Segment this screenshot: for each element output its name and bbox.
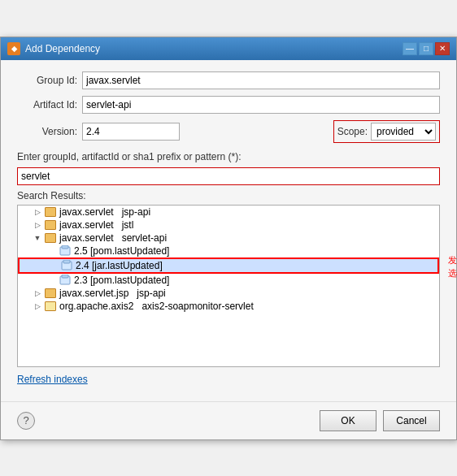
folder-icon <box>45 207 56 217</box>
title-bar-left: ◆ Add Dependency <box>7 42 100 55</box>
close-button[interactable]: ✕ <box>435 42 450 55</box>
window-controls: — □ ✕ <box>403 42 450 55</box>
dialog-title: Add Dependency <box>25 43 100 54</box>
folder-icon <box>45 220 56 230</box>
results-area: ▷ javax.servlet jsp-api ▷ javax.servlet … <box>17 205 440 367</box>
artifact-id-row: Artifact Id: <box>17 96 440 114</box>
cancel-button[interactable]: Cancel <box>383 410 440 431</box>
add-dependency-dialog: ◆ Add Dependency — □ ✕ Group Id: Artifac… <box>0 37 457 440</box>
expand-icon: ▷ <box>33 220 42 230</box>
expand-icon: ▷ <box>33 207 42 217</box>
title-bar: ◆ Add Dependency — □ ✕ <box>1 37 456 60</box>
item-label: javax.servlet jsp-api <box>59 206 150 218</box>
scope-section: Scope: provided compile runtime test sys… <box>333 120 440 143</box>
expand-icon <box>49 261 59 270</box>
list-item[interactable]: 2.4 [jar.lastUpdated] <box>18 257 439 274</box>
item-label: org.apache.axis2 axis2-soapmonitor-servl… <box>59 301 254 312</box>
version-input[interactable] <box>82 123 180 141</box>
expand-icon: ▷ <box>33 301 42 311</box>
svg-rect-5 <box>62 275 68 278</box>
list-item[interactable]: ▷ javax.servlet jstl <box>18 219 439 232</box>
item-label: javax.servlet servlet-api <box>59 232 167 244</box>
list-item[interactable]: ▷ javax.servlet jsp-api <box>18 206 439 219</box>
dialog-icon: ◆ <box>7 42 20 55</box>
version-scope-row: Version: Scope: provided compile runtime… <box>17 120 440 143</box>
group-id-input[interactable] <box>82 71 440 89</box>
version-section: Version: <box>17 123 180 141</box>
list-item[interactable]: ▷ javax.servlet.jsp jsp-api <box>18 287 439 300</box>
item-label: 2.4 [jar.lastUpdated] <box>76 260 163 271</box>
expand-icon: ▷ <box>33 288 42 298</box>
list-item[interactable]: 2.5 [pom.lastUpdated] <box>18 244 439 257</box>
list-item[interactable]: 2.3 [pom.lastUpdated] <box>18 274 439 287</box>
annotation-text: 发现并没有jar包，而是jar.lastUpdated，先选这个，等会在pom.… <box>448 253 457 280</box>
scope-label: Scope: <box>337 126 368 137</box>
folder-icon <box>45 233 56 243</box>
search-results-tree[interactable]: ▷ javax.servlet jsp-api ▷ javax.servlet … <box>17 205 440 367</box>
dialog-footer: ? OK Cancel <box>1 401 456 439</box>
item-label: javax.servlet.jsp jsp-api <box>59 288 166 299</box>
search-results-label: Search Results: <box>17 190 440 201</box>
scope-select[interactable]: provided compile runtime test system imp… <box>371 123 436 141</box>
group-id-label: Group Id: <box>17 75 82 86</box>
expand-icon <box>47 275 57 285</box>
version-label: Version: <box>17 126 82 137</box>
minimize-button[interactable]: — <box>403 42 417 55</box>
maximize-button[interactable]: □ <box>419 42 433 55</box>
artifact-id-label: Artifact Id: <box>17 99 82 110</box>
jar-icon <box>61 260 72 271</box>
item-label: 2.3 [pom.lastUpdated] <box>74 275 169 286</box>
item-label: javax.servlet jstl <box>59 219 133 231</box>
search-label: Enter groupId, artifactId or sha1 prefix… <box>17 151 440 162</box>
jar-icon <box>59 275 71 286</box>
expand-icon <box>47 246 57 256</box>
svg-rect-3 <box>63 260 70 263</box>
ok-button[interactable]: OK <box>320 410 376 431</box>
list-item[interactable]: ▼ javax.servlet servlet-api <box>18 232 439 244</box>
search-input[interactable] <box>17 167 440 185</box>
group-id-row: Group Id: <box>17 71 440 89</box>
expand-icon: ▼ <box>33 233 42 243</box>
footer-buttons: OK Cancel <box>320 410 440 431</box>
folder-icon <box>45 288 56 298</box>
jar-icon <box>59 245 71 257</box>
item-label: 2.5 [pom.lastUpdated] <box>74 245 169 257</box>
help-button[interactable]: ? <box>17 412 35 430</box>
artifact-id-input[interactable] <box>82 96 440 114</box>
list-item[interactable]: ▷ org.apache.axis2 axis2-soapmonitor-ser… <box>18 300 439 313</box>
refresh-indexes-link[interactable]: Refresh indexes <box>17 374 88 385</box>
folder-icon <box>45 301 56 311</box>
dialog-body: Group Id: Artifact Id: Version: Scope: p <box>1 60 456 401</box>
svg-rect-1 <box>62 245 68 249</box>
